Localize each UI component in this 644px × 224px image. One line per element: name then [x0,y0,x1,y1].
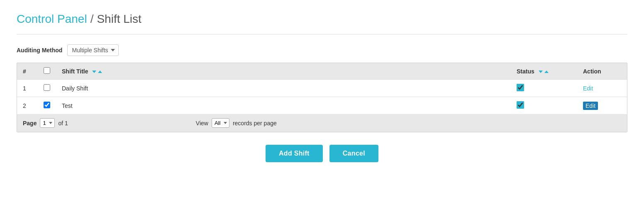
page-label: Page [23,120,37,127]
table-row: 1 Daily Shift Edit [17,80,627,97]
row-title-1: Daily Shift [56,80,511,97]
row-2-status-checkbox[interactable] [517,101,524,109]
shift-table-container: # Shift Title Status [17,63,627,132]
col-header-status: Status [511,63,577,80]
shift-table: # Shift Title Status [17,63,627,114]
row-1-edit-link[interactable]: Edit [583,85,593,92]
col-header-hash: # [17,63,38,80]
page-wrapper: Control Panel / Shift List Auditing Meth… [0,0,644,175]
view-label: View [196,120,208,127]
row-2-checkbox[interactable] [44,102,50,108]
table-header-row: # Shift Title Status [17,63,627,80]
title-sort-up-icon[interactable] [98,71,102,73]
page-select[interactable]: 1 [40,118,55,128]
filter-row: Auditing Method Multiple Shifts Single S… [17,44,627,56]
breadcrumb: Control Panel / Shift List [17,12,627,26]
row-1-checkbox[interactable] [44,84,50,91]
status-sort-icons [539,71,549,73]
title-sort-down-icon[interactable] [92,71,96,73]
row-num-2: 2 [17,97,38,114]
pagination-row: Page 1 of 1 View All 10 25 50 records pe… [17,114,627,132]
records-per-page-select[interactable]: All 10 25 50 [212,118,229,128]
row-check-2 [38,97,56,114]
breadcrumb-control-panel[interactable]: Control Panel [17,12,87,26]
col-header-title: Shift Title [56,63,511,80]
breadcrumb-shift-list: Shift List [97,12,141,26]
col-header-checkbox [38,63,56,80]
status-sort-up-icon[interactable] [544,71,549,73]
row-num-1: 1 [17,80,38,97]
cancel-button[interactable]: Cancel [329,145,378,162]
row-action-2: Edit [577,97,627,114]
row-status-2 [511,97,577,114]
select-all-checkbox[interactable] [44,67,50,74]
of-label: of 1 [58,120,68,127]
status-sort-down-icon[interactable] [539,71,543,73]
row-title-2: Test [56,97,511,114]
row-2-edit-link[interactable]: Edit [583,102,598,110]
col-header-action: Action [577,63,627,80]
row-check-1 [38,80,56,97]
row-action-1: Edit [577,80,627,97]
add-shift-button[interactable]: Add Shift [266,145,323,162]
breadcrumb-separator: / [90,12,94,26]
row-1-status-checkbox[interactable] [517,84,524,91]
row-status-1 [511,80,577,97]
records-label: records per page [233,120,277,127]
table-body: 1 Daily Shift Edit 2 [17,80,627,114]
auditing-method-select[interactable]: Multiple Shifts Single Shift [67,44,119,56]
bottom-buttons: Add Shift Cancel [17,145,627,162]
header-divider [17,34,627,34]
auditing-method-label: Auditing Method [17,47,62,54]
title-sort-icons [92,71,102,73]
table-row: 2 Test Edit [17,97,627,114]
